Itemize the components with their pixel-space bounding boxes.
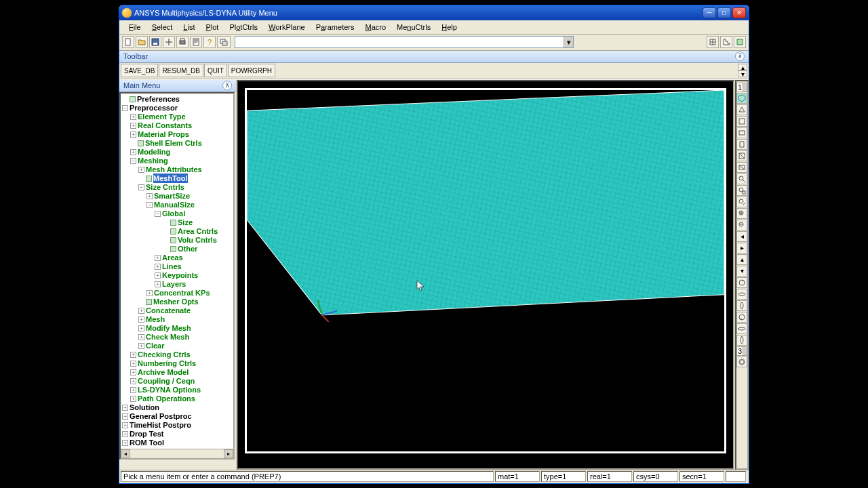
macro-scroll-down-icon[interactable]: ▾ [738,70,747,77]
command-input[interactable]: ▾ [235,36,574,48]
menu-help[interactable]: Help [436,22,462,33]
menu-plot[interactable]: Plot [200,22,224,33]
tree-preprocessor[interactable]: −Preprocessor [121,104,233,113]
tree-timehist-postpro[interactable]: +TimeHist Postpro [121,421,233,430]
menu-select[interactable]: Select [146,22,178,33]
report-icon[interactable] [190,36,202,48]
minimize-button[interactable]: ─ [703,7,716,18]
tree-h-scrollbar[interactable]: ◂ ▸ [121,449,233,458]
command-input-dropdown-icon[interactable]: ▾ [564,37,573,47]
dynamic-mode-icon[interactable] [736,357,747,367]
menu-file[interactable]: File [123,22,146,33]
tool-a-icon[interactable] [707,36,719,48]
resum-db-button[interactable]: RESUM_DB [159,64,203,77]
tree-modify-mesh[interactable]: +Modify Mesh [121,324,233,333]
macro-scroll-up-icon[interactable]: ▴ [738,64,747,70]
tree-meshing[interactable]: −Meshing [121,157,233,165]
command-input-field[interactable] [235,37,564,47]
maximize-button[interactable]: □ [717,7,731,18]
tree-scroll-right-icon[interactable]: ▸ [224,449,233,458]
tree-check-mesh[interactable]: +Check Mesh [121,333,233,342]
tree-meshtool[interactable]: MeshTool [121,174,233,183]
tree-lines[interactable]: +Lines [121,262,233,271]
tree-smartsize[interactable]: +SmartSize [121,192,233,201]
tree-layers[interactable]: +Layers [121,280,233,289]
tree-manualsize[interactable]: −ManualSize [121,201,233,209]
window-selector[interactable]: 1 [736,83,747,92]
tree-coupling-ceqn[interactable]: +Coupling / Ceqn [121,377,233,386]
tree-modeling[interactable]: +Modeling [121,148,233,157]
open-file-icon[interactable] [136,36,148,48]
tree-size-cntrls[interactable]: −Size Cntrls [121,183,233,192]
rotate-x-icon[interactable] [736,300,747,311]
tree-general-postproc[interactable]: +General Postproc [121,412,233,421]
rate-selector[interactable]: 3 [736,346,747,356]
rotate-z-icon[interactable] [736,277,747,288]
rotate-neg-x-icon[interactable] [736,335,747,346]
tree-shell-elem-ctrls[interactable]: Shell Elem Ctrls [121,139,233,148]
tree-clear[interactable]: +Clear [121,342,233,350]
tree-mesh-attributes[interactable]: +Mesh Attributes [121,165,233,174]
save-file-icon[interactable] [149,36,161,48]
save-db-button[interactable]: SAVE_DB [121,64,158,77]
tree-element-type[interactable]: +Element Type [121,113,233,121]
tree-concentrat-kps[interactable]: +Concentrat KPs [121,289,233,298]
tree-scroll-left-icon[interactable]: ◂ [121,449,130,458]
pan-right-icon[interactable]: ▸ [736,243,747,253]
zoom-out-icon[interactable] [736,220,747,230]
tool-b-icon[interactable] [720,36,732,48]
oblique-view-icon[interactable] [736,104,747,115]
tree-path-operations[interactable]: +Path Operations [121,394,233,403]
powrgrph-button[interactable]: POWRGRPH [228,64,275,77]
menu-parameters[interactable]: Parameters [311,22,360,33]
top-view-icon[interactable] [736,139,747,150]
zoom-box-icon[interactable] [736,185,747,196]
quit-button[interactable]: QUIT [204,64,227,77]
tool-c-icon[interactable] [734,36,746,48]
front-view-icon[interactable] [736,116,747,127]
tree-checking-ctrls[interactable]: +Checking Ctrls [121,350,233,359]
tree-global[interactable]: −Global [121,209,233,218]
menu-list[interactable]: List [178,22,200,33]
menu-workplane[interactable]: WorkPlane [263,22,311,33]
graphics-canvas[interactable] [237,80,734,470]
zoom-in-icon[interactable] [736,208,747,219]
tree-other[interactable]: Other [121,245,233,253]
rotate-neg-z-icon[interactable] [736,312,747,323]
menu-plotctrls[interactable]: PlotCtrls [224,22,263,33]
pan-down-icon[interactable]: ▾ [736,266,747,277]
tree-size[interactable]: Size [121,218,233,227]
tree-material-props[interactable]: +Material Props [121,130,233,139]
tree-area-cntrls[interactable]: Area Cntrls [121,227,233,236]
tree-rom-tool[interactable]: +ROM Tool [121,439,233,447]
raise-hidden-icon[interactable] [217,36,231,48]
main-menu-collapse-icon[interactable]: ⊼ [222,81,232,90]
tree-numbering-ctrls[interactable]: +Numbering Ctrls [121,359,233,368]
rotate-neg-y-icon[interactable] [736,323,747,334]
tree-concatenate[interactable]: +Concatenate [121,306,233,315]
toolbar-collapse-icon[interactable]: ⊼ [735,52,745,61]
pan-up-icon[interactable]: ▴ [736,254,747,265]
iso-view-icon[interactable] [736,93,747,104]
menu-menuctrls[interactable]: MenuCtrls [391,22,436,33]
tree-keypoints[interactable]: +Keypoints [121,271,233,280]
zoom-fit-icon[interactable] [736,174,747,184]
pan-left-icon[interactable]: ◂ [736,231,747,242]
tree-lsdyna-options[interactable]: +LS-DYNA Options [121,386,233,394]
print-icon[interactable] [176,36,189,48]
close-button[interactable]: ✕ [732,7,746,18]
tree-real-constants[interactable]: +Real Constants [121,121,233,130]
panzoom-icon[interactable] [163,36,175,48]
rotate-y-icon[interactable] [736,289,747,300]
menu-macro[interactable]: Macro [360,22,392,33]
tree[interactable]: Preferences −Preprocessor +Element Type … [121,94,233,449]
tree-volu-cntrls[interactable]: Volu Cntrls [121,236,233,245]
tree-archive-model[interactable]: +Archive Model [121,368,233,377]
new-file-icon[interactable] [122,36,134,48]
zoom-back-icon[interactable] [736,197,747,207]
tree-preferences[interactable]: Preferences [121,95,233,104]
help-icon[interactable]: ? [203,36,216,48]
left-view-icon[interactable] [736,162,747,173]
tree-solution[interactable]: +Solution [121,403,233,412]
tree-drop-test[interactable]: +Drop Test [121,430,233,439]
